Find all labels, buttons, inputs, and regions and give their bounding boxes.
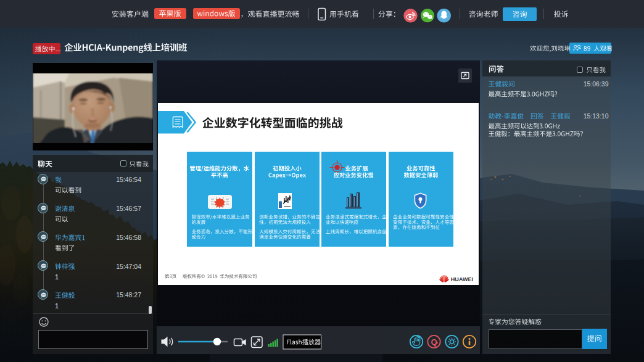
svg-text:HUAWEI: HUAWEI (451, 276, 473, 282)
svg-text:1: 1 (55, 273, 59, 281)
svg-text:15:06:39: 15:06:39 (584, 80, 609, 88)
svg-text:15:46:57: 15:46:57 (116, 205, 141, 212)
svg-text:Q: Q (431, 337, 437, 347)
svg-text:1: 1 (55, 302, 59, 310)
svg-text:15:46:58: 15:46:58 (116, 234, 141, 241)
svg-text:15:48:27: 15:48:27 (116, 291, 141, 298)
svg-text:15:47:04: 15:47:04 (116, 263, 141, 270)
svg-text:15:46:54: 15:46:54 (116, 176, 141, 183)
svg-text:15:13:10: 15:13:10 (584, 112, 609, 120)
